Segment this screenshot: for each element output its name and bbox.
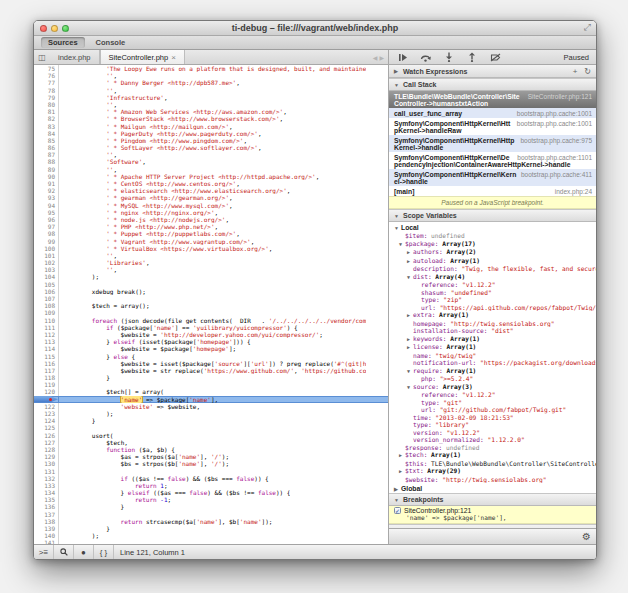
scope-local-group[interactable]: ▼Local — [389, 222, 596, 232]
line-number[interactable]: 138 — [34, 518, 59, 525]
line-number[interactable]: 102 — [34, 259, 59, 266]
step-out-button[interactable] — [466, 52, 478, 62]
file-tab-index-php[interactable]: index.php — [50, 50, 100, 64]
scope-variable[interactable]: time: "2013-02-09 18:21:53" — [389, 414, 596, 422]
line-number[interactable]: 83 — [34, 123, 59, 130]
file-tab-sitecontroller[interactable]: SiteController.php × — [100, 50, 185, 64]
line-number[interactable]: 81 — [34, 108, 59, 115]
line-number[interactable]: 108 — [34, 302, 59, 309]
line-number[interactable]: 130 — [34, 460, 59, 467]
line-number[interactable]: 107 — [34, 295, 59, 302]
line-number[interactable]: 90 — [34, 173, 59, 180]
scope-variable[interactable]: ▶autoload: Array(1) — [389, 257, 596, 266]
scope-variable[interactable]: type: "git" — [389, 399, 596, 407]
scope-variable[interactable]: reference: "v1.12.2" — [389, 281, 596, 289]
line-number[interactable]: 80 — [34, 101, 59, 108]
fullscreen-icon[interactable]: ⤢ — [584, 22, 591, 33]
line-number[interactable]: 123 — [34, 410, 59, 417]
line-number[interactable]: 95 — [34, 209, 59, 216]
line-number[interactable]: 112 — [34, 331, 59, 338]
scope-variable[interactable]: name: "twig/twig" — [389, 352, 596, 360]
refresh-watch-icon[interactable]: ↻ — [584, 67, 591, 76]
line-number[interactable]: 122 — [34, 403, 59, 410]
line-number[interactable]: 118 — [34, 374, 59, 381]
code-editor[interactable]: 75'The Loopy Ewe runs on a platform that… — [34, 65, 389, 544]
scope-variable[interactable]: $item: undefined — [389, 232, 596, 240]
line-number[interactable]: 82 — [34, 115, 59, 122]
scope-variable[interactable]: type: "library" — [389, 421, 596, 429]
call-stack-frame[interactable]: SiteController.php:121TLE\Bundle\WebBund… — [389, 91, 596, 108]
scope-variable[interactable]: url: "git://github.com/fabpot/Twig.git" — [389, 406, 596, 414]
call-stack-frame[interactable]: bootstrap.php.cache:411Symfony\Component… — [389, 169, 596, 186]
breakpoint-checkbox[interactable]: ✓ — [394, 507, 401, 514]
call-stack-header[interactable]: ▼ Call Stack — [389, 78, 596, 91]
disclosure-right-icon[interactable]: ▶ — [394, 68, 400, 74]
search-icon[interactable] — [54, 545, 74, 559]
line-number[interactable]: 76 — [34, 72, 59, 79]
line-number[interactable]: 113 — [34, 338, 59, 345]
step-into-button[interactable] — [443, 52, 455, 62]
scope-variable[interactable]: installation-source: "dist" — [389, 327, 596, 335]
scope-variable[interactable]: ▶license: Array(1) — [389, 343, 596, 352]
breakpoint-item[interactable]: ✓ SiteController.php:121 'name' => $pack… — [389, 506, 596, 524]
line-number[interactable]: 135 — [34, 496, 59, 503]
line-number[interactable]: 125 — [34, 424, 59, 431]
line-number[interactable]: 92 — [34, 187, 59, 194]
tab-console[interactable]: Console — [89, 37, 133, 48]
line-number[interactable]: 77 — [34, 79, 59, 86]
call-stack-frame[interactable]: bootstrap.php.cache:975Symfony\Component… — [389, 135, 596, 152]
add-watch-icon[interactable]: + — [573, 67, 578, 76]
scope-variable[interactable]: $this: TLE\Bundle\WebBundle\Controller\S… — [389, 460, 596, 468]
tab-scroll-right-icon[interactable]: ▶ — [379, 54, 384, 61]
line-number[interactable]: 119 — [34, 381, 59, 388]
title-bar[interactable]: ti-debug – file:///vagrant/web/index.php… — [34, 21, 596, 36]
line-number[interactable]: 114 — [34, 345, 59, 352]
scope-variables-header[interactable]: ▼ Scope Variables — [389, 209, 596, 222]
line-number[interactable]: 91 — [34, 180, 59, 187]
settings-gear-icon[interactable]: ⚙ — [582, 531, 591, 542]
line-number[interactable]: 140 — [34, 532, 59, 539]
line-number[interactable]: 105 — [34, 281, 59, 288]
disclosure-down-icon[interactable]: ▼ — [394, 213, 400, 219]
scope-variable[interactable]: ▶$txt: Array(29) — [389, 467, 596, 476]
line-number[interactable]: 127 — [34, 439, 59, 446]
disclosure-down-icon[interactable]: ▼ — [394, 225, 400, 231]
line-number[interactable]: 120 — [34, 388, 59, 395]
line-number[interactable]: 89 — [34, 166, 59, 173]
line-number[interactable]: 109 — [34, 309, 59, 316]
call-stack-frame[interactable]: index.php:24[main] — [389, 186, 596, 196]
line-number[interactable]: 88 — [34, 158, 59, 165]
call-stack-frame[interactable]: bootstrap.php.cache:1001call_user_func_a… — [389, 108, 596, 118]
step-over-button[interactable] — [420, 52, 432, 62]
scope-global-group[interactable]: ▶Global — [389, 483, 596, 493]
pretty-print-icon[interactable]: { } — [94, 545, 114, 559]
line-number[interactable]: 126 — [34, 432, 59, 439]
console-drawer-icon[interactable]: >≡ — [34, 545, 54, 559]
line-number[interactable]: 116 — [34, 360, 59, 367]
line-number[interactable]: 87 — [34, 151, 59, 158]
line-number[interactable]: 134 — [34, 489, 59, 496]
line-number[interactable]: 84 — [34, 130, 59, 137]
scope-variable[interactable]: ▼require: Array(1) — [389, 367, 596, 376]
line-number[interactable]: 101 — [34, 252, 59, 259]
close-tab-icon[interactable]: × — [171, 53, 176, 62]
line-number[interactable]: 100 — [34, 245, 59, 252]
breakpoints-toggle-icon[interactable]: ● — [74, 545, 94, 559]
scope-variable[interactable]: ▶keywords: Array(1) — [389, 335, 596, 344]
scope-variable[interactable]: version_normalized: "1.12.2.0" — [389, 436, 596, 444]
call-stack-frame[interactable]: bootstrap.php.cache:1001Symfony\Componen… — [389, 118, 596, 135]
line-number[interactable]: 98 — [34, 230, 59, 237]
scope-variable[interactable]: ▼source: Array(3) — [389, 383, 596, 392]
line-number[interactable]: 103 — [34, 266, 59, 273]
line-number[interactable]: 129 — [34, 453, 59, 460]
line-number[interactable]: 117 — [34, 367, 59, 374]
line-number[interactable]: 110 — [34, 317, 59, 324]
line-number[interactable]: 97 — [34, 223, 59, 230]
line-number[interactable]: 75 — [34, 65, 59, 72]
scope-variable[interactable]: reference: "v1.12.2" — [389, 391, 596, 399]
line-number[interactable]: 78 — [34, 87, 59, 94]
scope-variable[interactable]: $website: "http://twig.sensiolabs.org" — [389, 476, 596, 484]
line-number[interactable]: 139 — [34, 525, 59, 532]
line-number[interactable]: 104 — [34, 273, 59, 280]
toggle-breakpoints-button[interactable] — [489, 52, 501, 62]
